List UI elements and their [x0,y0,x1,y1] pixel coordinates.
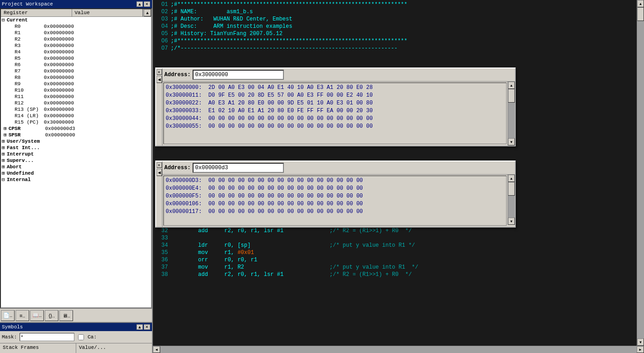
dialog2-close-btn[interactable]: ✕ [157,162,162,168]
mask-label: Mask: [2,334,17,340]
toolbar-btn-4[interactable]: {}.. [45,310,58,321]
close-button[interactable]: ✕ [144,1,150,7]
cpsr-label: CPSR [7,125,43,132]
d1-scroll-track[interactable] [508,89,515,138]
table-row[interactable]: R15 (PC)0x30000000 [1,119,151,125]
code-line: 38add r2, r0, r1, lsr #1 ;/* R2 = (R1>>1… [155,271,635,278]
scroll-up-btn[interactable]: ▲ [637,0,644,7]
cpsr-row[interactable]: ⊞ CPSR 0x000000d3 [1,125,151,132]
symbols-panel: Symbols ▲ ✕ Mask: Ca: [0,322,152,343]
code-line: O7;/*-----------------------------------… [155,45,635,52]
titlebar-buttons: ▲ ✕ [136,1,150,7]
table-row[interactable]: R40x00000000 [1,49,151,55]
h-scroll-right-btn[interactable]: ▶ [637,346,644,353]
table-row[interactable]: R60x00000000 [1,62,151,68]
interrupt-label: Interrupt [5,151,46,157]
dialog1-content: 0x30000000: 2D 00 A0 E3 00 04 A0 E1 40 1… [163,83,507,144]
scroll-up-button[interactable]: ▲ [144,9,151,16]
minimize-button[interactable]: ▲ [136,1,143,7]
dialog1-toolbar: Address: [162,68,515,82]
scroll-thumb[interactable] [637,7,644,21]
toolbar-btn-3[interactable]: 📖.. [30,310,44,321]
d1-scroll-down[interactable]: ▼ [508,138,515,145]
toolbar-btn-1[interactable]: 📄.. [1,310,15,321]
dialog2-collapse-btn[interactable]: ◀ [157,169,162,176]
memory-dialog-1: ✕ ◀ Address: 0x30000000: 2D 00 A0 E3 00 … [155,67,516,146]
table-row[interactable]: R120x00000000 [1,100,151,106]
d2-scroll-up[interactable]: ▲ [508,175,515,182]
symbols-close-btn[interactable]: ✕ [144,324,150,330]
ca-checkbox[interactable] [78,334,84,340]
h-scroll-track[interactable] [160,346,637,353]
table-row[interactable]: R10x00000000 [1,30,151,36]
table-row[interactable]: R70x00000000 [1,68,151,74]
memory-dialog-2: ✕ ◀ Address: 0x000000D3: 00 00 00 00 00 … [155,161,516,228]
code-vscrollbar[interactable]: ▲ ▼ [637,0,644,346]
superv-group[interactable]: ⊞ Superv... [1,157,151,164]
list-item: 0x00000117: 00 00 00 00 00 00 00 00 00 0… [166,208,504,216]
code-line: 34ldr r0, [sp] ;/* put y value into R1 *… [155,242,635,249]
table-row[interactable]: R50x00000000 [1,55,151,62]
scroll-down-btn[interactable]: ▼ [637,338,644,346]
undefined-group[interactable]: ⊞ Undefined [1,170,151,176]
dialog2-address-input[interactable] [193,163,284,173]
dialog1-close-btn[interactable]: ✕ [157,69,162,75]
table-row[interactable]: R90x00000000 [1,81,151,87]
table-row[interactable]: R13 (SP)0x00000000 [1,106,151,113]
interrupt-group[interactable]: ⊞ Interrupt [1,151,151,157]
user-system-group[interactable]: ⊞ User/System [1,138,151,145]
code-line: 33 [155,234,635,242]
stack-frames-value: Value/... [76,343,152,353]
code-hscrollbar[interactable]: ◀ ▶ [153,346,644,353]
code-line [155,52,635,59]
d2-scroll-down[interactable]: ▼ [508,218,515,225]
dialog1-address-input[interactable] [193,70,284,80]
fast-int-group[interactable]: ⊞ Fast Int... [1,145,151,151]
user-system-label: User/System [5,138,46,145]
stack-frames-label: Stack Frames [0,343,76,353]
list-item: 0x00000106: 00 00 00 00 00 00 00 00 00 0… [166,200,504,208]
table-row[interactable]: R80x00000000 [1,74,151,81]
table-row[interactable]: R110x00000000 [1,93,151,100]
list-item: 0x30000044: 00 00 00 00 00 00 00 00 00 0… [166,115,504,123]
table-row[interactable]: R14 (LR)0x00000000 [1,113,151,119]
list-item: 0x30000011: D0 9F E5 00 20 8D E5 57 00 A… [166,92,504,99]
dialog1-collapse-btn[interactable]: ◀ [157,76,162,83]
symbols-minimize-btn[interactable]: ▲ [136,324,143,330]
current-group-header[interactable]: ⊟ Current [1,17,151,23]
table-row[interactable]: R100x00000000 [1,87,151,93]
superv-label: Superv... [5,157,46,164]
mask-input[interactable] [20,333,74,341]
dialog2-vscrollbar[interactable]: ▲ ▼ [508,175,515,225]
toolbar-btn-2[interactable]: ≡.. [16,310,29,321]
register-col-header: Register [1,9,72,16]
register-scroll[interactable]: ⊟ Current R00x00000000 R10x00000000 R20x… [1,17,151,307]
internal-label: Internal [5,176,46,183]
table-row[interactable]: R20x00000000 [1,36,151,42]
dialog1-vscrollbar[interactable]: ▲ ▼ [508,82,515,145]
dialog2-content-area: 0x000000D3: 00 00 00 00 00 00 00 00 00 0… [162,175,515,227]
spsr-row[interactable]: ⊞ SPSR 0x00000000 [1,132,151,138]
symbols-title: Symbols [2,324,23,330]
d1-scroll-thumb[interactable] [508,89,515,103]
code-line: O3;# Author: WUHAN R&D Center, Embest [155,16,635,23]
d2-scroll-thumb[interactable] [508,182,515,196]
d2-scroll-track[interactable] [508,182,515,218]
table-row[interactable]: R30x00000000 [1,42,151,49]
list-item: 0x30000000: 2D 00 A0 E3 00 04 A0 E1 40 1… [166,84,504,92]
code-line: O2;# NAME: asm1_b.s [155,8,635,16]
h-scroll-left-btn[interactable]: ◀ [153,346,160,353]
list-item: 0x000000F5: 00 00 00 00 00 00 00 00 00 0… [166,192,504,200]
code-line: O6;#************************************… [155,37,635,45]
list-item: 0x30000022: A0 E3 A1 20 80 E0 00 00 9D E… [166,99,504,107]
internal-group[interactable]: ⊟ Internal [1,176,151,183]
dialog2-toolbar: Address: [162,161,515,175]
table-row[interactable]: R00x00000000 [1,23,151,30]
dialog2-content: 0x000000D3: 00 00 00 00 00 00 00 00 00 0… [163,176,507,226]
scroll-track[interactable] [637,7,644,338]
spsr-label: SPSR [7,132,43,138]
d1-scroll-up[interactable]: ▲ [508,82,515,89]
toolbar-btn-5[interactable]: 🖥.. [59,310,73,321]
abort-group[interactable]: ⊞ Abort [1,164,151,170]
spsr-value: 0x00000000 [43,132,77,138]
